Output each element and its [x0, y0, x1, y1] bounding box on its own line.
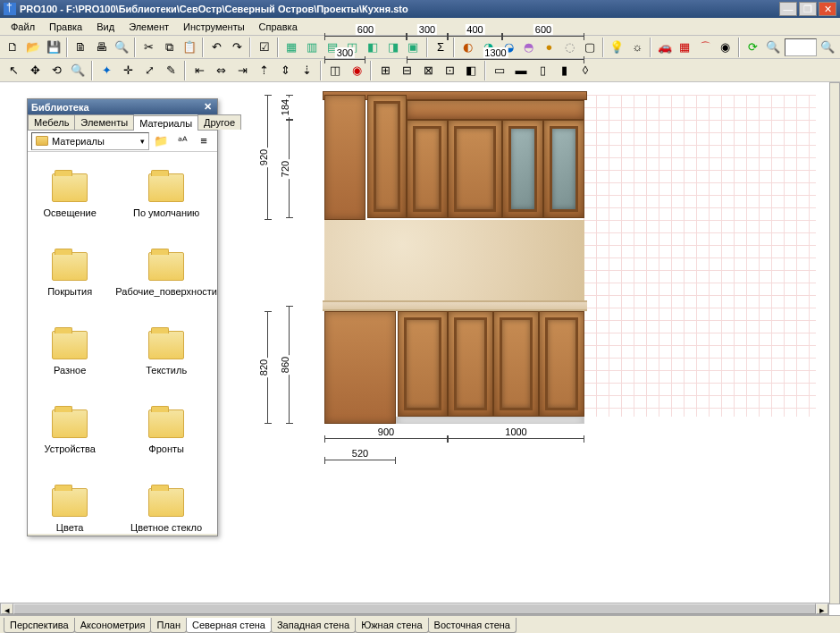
folder-icon: [52, 252, 88, 281]
save-icon[interactable]: 💾: [44, 38, 63, 57]
scroll-left-icon[interactable]: ◂: [1, 603, 13, 614]
preview-icon[interactable]: 🔍: [112, 38, 130, 57]
tab-perspective[interactable]: Перспектива: [4, 618, 75, 633]
tab-materials[interactable]: Материалы: [133, 115, 198, 131]
dim-184: 184: [280, 97, 290, 117]
library-path-combo[interactable]: Материалы ▾: [31, 132, 149, 150]
up-folder-icon[interactable]: 📁: [151, 131, 171, 151]
doc-icon[interactable]: 🗎: [71, 38, 90, 57]
upper-narrow: [367, 95, 407, 218]
tab-elements[interactable]: Элементы: [74, 114, 134, 130]
menu-edit[interactable]: Правка: [42, 20, 89, 34]
library-item[interactable]: Фронты: [115, 395, 217, 468]
base-door-3: [493, 311, 539, 417]
library-item-label: Текстиль: [146, 365, 187, 376]
upper-filler: [407, 100, 584, 120]
library-item-label: Цветное стекло: [130, 522, 202, 533]
app-icon: [4, 3, 16, 15]
library-item[interactable]: Разное: [28, 316, 112, 390]
folder-icon: [148, 409, 184, 438]
menu-element[interactable]: Элемент: [122, 20, 176, 34]
dim-720: 720: [280, 159, 290, 179]
library-title: Библиотека: [31, 102, 89, 113]
folder-icon: [52, 173, 88, 202]
library-item[interactable]: Текстиль: [115, 316, 217, 390]
sort-icon[interactable]: ᵃᴬ: [172, 131, 192, 151]
snap3-icon[interactable]: ⤢: [139, 61, 159, 80]
base-tall: [324, 311, 396, 424]
menu-view[interactable]: Вид: [89, 20, 122, 34]
upper-door-2: [448, 120, 502, 218]
dim-300b: 300: [335, 47, 355, 58]
upper-glass-1: [502, 120, 543, 218]
move-icon[interactable]: ✥: [25, 61, 45, 80]
dim-900: 900: [376, 426, 396, 437]
backsplash: [324, 220, 584, 302]
dim-1000: 1000: [503, 426, 528, 437]
snap2-icon[interactable]: ✛: [118, 61, 138, 80]
open-icon[interactable]: 📂: [24, 38, 43, 57]
list-icon[interactable]: ≡: [194, 131, 214, 151]
library-path: Материалы: [52, 136, 105, 147]
library-item-label: По умолчанию: [133, 207, 199, 218]
library-item-label: Цвета: [56, 522, 84, 533]
dim-1300: 1300: [483, 47, 508, 58]
upper-glass-2: [543, 120, 584, 218]
folder-icon: [52, 331, 88, 359]
folder-icon: [36, 136, 48, 146]
library-item[interactable]: Освещение: [28, 159, 112, 232]
library-item[interactable]: Цветное стекло: [115, 474, 217, 534]
print-icon[interactable]: 🖶: [92, 38, 111, 57]
library-item[interactable]: По умолчанию: [115, 159, 217, 232]
zoom2-icon[interactable]: 🔍: [68, 61, 88, 80]
upper-tall: [324, 95, 365, 220]
folder-icon: [148, 331, 184, 359]
library-item[interactable]: Покрытия: [28, 238, 112, 311]
folder-icon: [148, 488, 184, 517]
view-tabs: Перспектива Аксонометрия План Северная с…: [0, 615, 840, 633]
library-title-bar[interactable]: Библиотека ✕: [28, 99, 217, 114]
undo-icon[interactable]: ↶: [207, 38, 226, 57]
tab-south[interactable]: Южная стена: [355, 618, 428, 633]
tab-north[interactable]: Северная стена: [186, 618, 272, 633]
library-item-label: Устройства: [44, 443, 96, 454]
library-item[interactable]: Цвета: [28, 474, 112, 534]
copy-icon[interactable]: ⧉: [160, 38, 179, 57]
library-panel: Библиотека ✕ Мебель Элементы Материалы Д…: [27, 98, 218, 536]
library-close-icon[interactable]: ✕: [201, 101, 214, 114]
dim-520: 520: [350, 448, 370, 459]
chevron-down-icon: ▾: [140, 137, 145, 146]
library-item[interactable]: Устройства: [28, 395, 112, 468]
vertical-scrollbar[interactable]: [829, 82, 840, 604]
draw-icon[interactable]: ✎: [161, 61, 181, 80]
new-icon[interactable]: 🗋: [4, 38, 22, 57]
dim-920: 920: [258, 148, 269, 167]
menu-file[interactable]: Файл: [4, 20, 42, 34]
rotate-icon[interactable]: ⟲: [46, 61, 66, 80]
scroll-right-icon[interactable]: ▸: [816, 603, 828, 614]
base-door-4: [539, 311, 584, 417]
tab-furniture[interactable]: Мебель: [28, 114, 75, 130]
grid-background: [584, 95, 816, 417]
canvas[interactable]: 600 300 400 600 300 1300 184 720 920 860…: [228, 0, 829, 622]
tab-axonometry[interactable]: Аксонометрия: [74, 618, 152, 633]
dim-300a: 300: [417, 24, 437, 35]
base-door-2: [448, 311, 493, 417]
align1-icon[interactable]: ⇤: [189, 61, 209, 80]
cut-icon[interactable]: ✂: [139, 38, 158, 57]
countertop: [323, 300, 587, 311]
tab-east[interactable]: Восточная стена: [428, 618, 517, 633]
library-item-label: Рабочие_поверхности: [115, 286, 217, 297]
folder-icon: [148, 173, 184, 202]
paste-icon[interactable]: 📋: [180, 38, 198, 57]
tab-west[interactable]: Западная стена: [271, 618, 356, 633]
horizontal-scrollbar[interactable]: ◂ ▸: [0, 603, 829, 615]
dim-600a: 600: [356, 24, 375, 35]
dim-400: 400: [465, 24, 484, 35]
tab-plan[interactable]: План: [150, 618, 187, 633]
select-icon[interactable]: ↖: [4, 61, 23, 80]
snap1-icon[interactable]: ✦: [97, 61, 116, 80]
upper-door-1: [407, 120, 448, 218]
library-item[interactable]: Рабочие_поверхности: [115, 238, 217, 311]
library-item-label: Фронты: [148, 443, 184, 454]
